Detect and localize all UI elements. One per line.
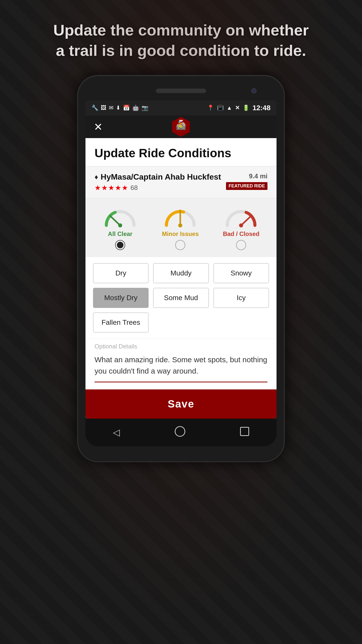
camera-icon: 📷	[142, 105, 148, 111]
gauge-minor-issues	[163, 205, 198, 228]
bad-closed-radio[interactable]	[236, 240, 246, 250]
svg-point-4	[118, 223, 122, 227]
hero-text: Update the community on whether a trail …	[23, 0, 339, 76]
minor-issues-label: Minor Issues	[162, 230, 199, 237]
phone-bottom	[85, 446, 277, 454]
all-clear-radio-inner	[117, 242, 123, 248]
no-signal-icon: ✕	[235, 105, 240, 111]
svg-text:🚵: 🚵	[176, 121, 186, 130]
back-button[interactable]	[113, 427, 120, 438]
svg-line-7	[241, 216, 251, 225]
some-mud-button[interactable]: Some Mud	[153, 288, 209, 308]
trail-meta: 9.4 mi FEATURED RIDE	[226, 172, 267, 190]
condition-buttons: Dry Muddy Snowy Mostly Dry Some Mud Icy …	[85, 257, 277, 339]
svg-line-3	[110, 216, 120, 225]
phone-shell: 🔧 🖼 ✉ ⬇ 📅 🤖 📷 📍 📳 ▲ ✕ 🔋 12:48 ✕ 🚵 U	[78, 76, 284, 461]
bad-closed-label: Bad / Closed	[223, 230, 259, 237]
vibrate-icon: 📳	[217, 105, 224, 111]
page-title: Update Ride Conditions	[85, 138, 277, 166]
recents-button[interactable]	[240, 427, 249, 438]
trail-card: ♦ HyMasa/Captain Ahab Huckfest ★★★★★ 68 …	[85, 166, 277, 198]
phone-speaker	[156, 89, 206, 93]
rating-count: 68	[130, 184, 138, 192]
gmail-icon: ✉	[109, 105, 113, 111]
wrench-icon: 🔧	[92, 105, 98, 111]
svg-point-8	[239, 223, 243, 227]
app-content: Update Ride Conditions ♦ HyMasa/Captain …	[85, 138, 277, 419]
details-label: Optional Details	[95, 343, 267, 350]
rating-stars: ★★★★★	[95, 184, 128, 192]
trail-distance: 9.4 mi	[226, 172, 267, 180]
difficulty-diamond-icon: ♦	[95, 173, 98, 181]
condition-all-clear[interactable]: All Clear	[103, 205, 138, 250]
snowy-button[interactable]: Snowy	[213, 263, 269, 283]
fallen-trees-button[interactable]: Fallen Trees	[93, 312, 149, 333]
trail-rating: ★★★★★ 68	[95, 184, 226, 192]
mostly-dry-button[interactable]: Mostly Dry	[93, 288, 149, 308]
status-icons-left: 🔧 🖼 ✉ ⬇ 📅 🤖 📷	[92, 105, 148, 111]
condition-minor-issues[interactable]: Minor Issues	[162, 205, 199, 250]
battery-icon: 🔋	[243, 105, 249, 111]
all-clear-label: All Clear	[108, 230, 132, 237]
save-button[interactable]: Save	[85, 389, 277, 419]
condition-selectors: All Clear Minor Issues	[85, 198, 277, 257]
phone-camera	[251, 88, 256, 93]
condition-bad-closed[interactable]: Bad / Closed	[223, 205, 259, 250]
svg-point-6	[178, 223, 182, 227]
details-section: Optional Details What an amazing ride. S…	[85, 339, 277, 389]
image-icon: 🖼	[101, 105, 106, 111]
dry-button[interactable]: Dry	[93, 263, 149, 283]
download-icon: ⬇	[116, 105, 120, 111]
details-text[interactable]: What an amazing ride. Some wet spots, bu…	[95, 354, 267, 377]
status-bar: 🔧 🖼 ✉ ⬇ 📅 🤖 📷 📍 📳 ▲ ✕ 🔋 12:48	[85, 100, 277, 115]
app-toolbar: ✕ 🚵	[85, 115, 277, 138]
minor-issues-radio[interactable]	[175, 240, 185, 250]
location-icon: 📍	[207, 105, 214, 111]
wifi-icon: ▲	[227, 105, 232, 111]
calendar-icon: 📅	[123, 105, 130, 111]
top-text-container: Update the community on whether a trail …	[23, 0, 339, 76]
all-clear-radio[interactable]	[115, 240, 125, 250]
trail-title-section: ♦ HyMasa/Captain Ahab Huckfest ★★★★★ 68	[95, 172, 226, 192]
muddy-button[interactable]: Muddy	[153, 263, 209, 283]
trail-name: ♦ HyMasa/Captain Ahab Huckfest	[95, 172, 226, 182]
android-icon: 🤖	[132, 105, 139, 111]
gauge-bad-closed	[223, 205, 259, 228]
close-button[interactable]: ✕	[90, 119, 106, 134]
details-underline	[95, 382, 267, 382]
app-logo: 🚵	[171, 117, 191, 137]
status-right: 📍 📳 ▲ ✕ 🔋 12:48	[207, 104, 270, 112]
trail-header: ♦ HyMasa/Captain Ahab Huckfest ★★★★★ 68 …	[95, 172, 267, 192]
status-time: 12:48	[252, 104, 270, 112]
bottom-nav	[85, 419, 277, 446]
icy-button[interactable]: Icy	[213, 288, 269, 308]
phone-notch	[85, 83, 277, 98]
gauge-all-clear	[103, 205, 138, 228]
home-button[interactable]	[175, 426, 185, 439]
featured-badge: FEATURED RIDE	[226, 182, 267, 190]
